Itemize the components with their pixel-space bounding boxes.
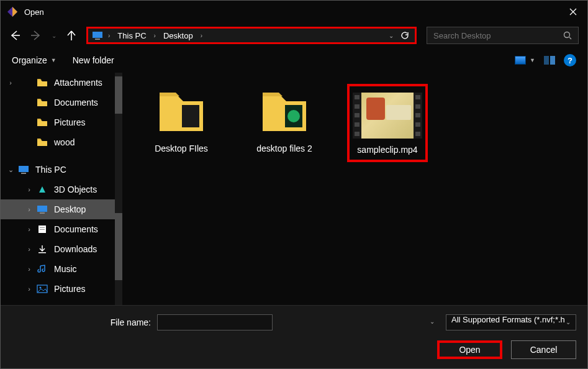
svg-point-15	[40, 287, 42, 289]
file-label: Desktop FIles	[155, 144, 208, 153]
svg-rect-12	[40, 229, 45, 230]
sidebar-scrollbar[interactable]	[115, 73, 122, 308]
organize-label: Organize	[12, 55, 47, 65]
pc-icon	[18, 165, 29, 174]
file-type-filter[interactable]: All Supported Formats (*.nvf;*.h ⌄	[446, 314, 576, 330]
svg-rect-6	[21, 173, 26, 174]
svg-point-4	[564, 32, 570, 38]
svg-rect-13	[38, 252, 46, 253]
3d-objects-icon	[37, 185, 48, 194]
svg-rect-9	[40, 212, 45, 214]
recent-locations-dropdown[interactable]: ⌄	[52, 32, 57, 39]
chevron-right-icon[interactable]: ›	[6, 79, 16, 86]
back-button[interactable]	[9, 30, 20, 41]
search-icon	[563, 31, 572, 40]
chevron-right-icon[interactable]: ›	[197, 32, 206, 39]
chevron-down-icon[interactable]: ⌄	[6, 166, 16, 174]
tree-item-downloads[interactable]: › Downloads	[1, 239, 122, 259]
documents-icon	[37, 225, 48, 234]
file-list: Desktop FIles desktop files 2 sampleclip…	[122, 73, 587, 308]
svg-marker-1	[12, 7, 17, 17]
svg-rect-11	[40, 227, 45, 228]
chevron-right-icon[interactable]: ›	[24, 285, 34, 293]
chevron-right-icon[interactable]: ›	[24, 245, 34, 253]
tree-item-pictures[interactable]: Pictures	[1, 112, 122, 132]
refresh-button[interactable]	[400, 30, 410, 40]
folder-icon	[37, 138, 48, 147]
filter-label: All Supported Formats (*.nvf;*.h	[451, 315, 565, 324]
tree-item-this-pc[interactable]: ⌄ This PC	[1, 160, 122, 180]
svg-rect-5	[19, 166, 29, 172]
chevron-right-icon[interactable]: ›	[24, 206, 34, 213]
tree-item-documents-pc[interactable]: › Documents	[1, 219, 122, 239]
window-title: Open	[24, 7, 559, 17]
music-icon	[37, 265, 48, 273]
chevron-right-icon[interactable]: ›	[24, 186, 34, 193]
folder-desktop-files-2[interactable]: desktop files 2	[244, 84, 325, 153]
folder-thumbnail-icon	[155, 84, 208, 137]
pictures-icon	[37, 285, 48, 293]
open-button[interactable]: Open	[437, 340, 502, 359]
address-history-dropdown[interactable]: ⌄	[389, 32, 394, 39]
search-box[interactable]	[427, 27, 579, 44]
app-icon	[7, 6, 18, 17]
folder-icon	[37, 78, 48, 87]
organize-menu[interactable]: Organize ▼	[12, 55, 57, 65]
tree-label: Desktop	[54, 204, 86, 214]
svg-rect-2	[93, 32, 102, 38]
tree-label: This PC	[35, 165, 66, 175]
close-button[interactable]	[559, 1, 587, 23]
address-bar[interactable]: › This PC › Desktop › ⌄	[86, 27, 417, 44]
folder-icon	[37, 98, 48, 107]
video-thumbnail-icon	[353, 93, 422, 139]
forward-button[interactable]	[30, 30, 42, 41]
tree-label: Attachments	[54, 78, 102, 88]
svg-rect-18	[182, 105, 199, 127]
chevron-right-icon[interactable]: ›	[24, 265, 34, 273]
tree-label: Music	[54, 264, 77, 274]
pc-icon	[92, 31, 103, 40]
tree-item-wood[interactable]: wood	[1, 132, 122, 152]
chevron-right-icon[interactable]: ›	[104, 32, 114, 39]
folder-thumbnail-icon	[258, 84, 311, 137]
svg-marker-7	[39, 186, 45, 193]
tree-label: Pictures	[54, 284, 86, 294]
cancel-button[interactable]: Cancel	[511, 340, 576, 359]
svg-point-20	[287, 110, 300, 122]
new-folder-button[interactable]: New folder	[73, 55, 114, 65]
breadcrumb-desktop[interactable]: Desktop	[161, 31, 196, 40]
chevron-right-icon[interactable]: ›	[150, 32, 160, 39]
tree-item-3d-objects[interactable]: › 3D Objects	[1, 180, 122, 199]
chevron-right-icon[interactable]: ›	[24, 226, 34, 233]
filename-input[interactable]	[157, 314, 273, 330]
tree-label: Pictures	[54, 117, 86, 127]
file-label: sampleclip.mp4	[357, 145, 417, 155]
svg-rect-3	[95, 39, 100, 40]
tree-item-desktop[interactable]: › Desktop	[1, 199, 122, 219]
downloads-icon	[37, 245, 48, 253]
desktop-icon	[37, 205, 48, 214]
folder-icon	[37, 118, 48, 127]
tree-label: wood	[54, 137, 75, 147]
tree-item-music[interactable]: › Music	[1, 259, 122, 279]
caret-down-icon[interactable]: ⌄	[430, 318, 435, 325]
tree-item-documents[interactable]: Documents	[1, 93, 122, 112]
folder-desktop-files[interactable]: Desktop FIles	[141, 84, 222, 153]
svg-rect-8	[37, 206, 47, 212]
caret-down-icon: ▼	[51, 57, 57, 63]
search-input[interactable]	[433, 31, 563, 40]
tree-label: Documents	[54, 224, 98, 234]
tree-item-pictures-pc[interactable]: › Pictures	[1, 279, 122, 299]
help-button[interactable]: ?	[564, 54, 576, 66]
file-label: desktop files 2	[256, 144, 312, 153]
tree-item-attachments[interactable]: › Attachments	[1, 73, 122, 93]
file-sampleclip[interactable]: sampleclip.mp4	[347, 84, 428, 162]
tree-label: 3D Objects	[54, 184, 97, 194]
view-mode-button[interactable]: ▼	[515, 56, 535, 65]
navigation-tree: › Attachments Documents Pictures wood	[1, 73, 122, 308]
caret-down-icon: ▼	[530, 57, 535, 63]
preview-pane-button[interactable]	[544, 56, 555, 65]
breadcrumb-this-pc[interactable]: This PC	[115, 31, 148, 40]
picture-icon	[515, 56, 526, 65]
up-button[interactable]	[66, 30, 76, 41]
